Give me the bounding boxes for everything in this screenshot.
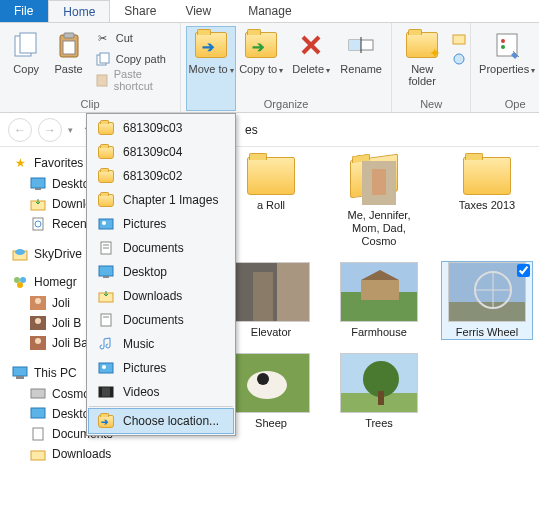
- documents-icon: [97, 312, 115, 328]
- menu-item[interactable]: Music: [89, 332, 233, 356]
- svg-point-29: [17, 282, 23, 288]
- image-item[interactable]: Trees: [334, 353, 424, 430]
- svg-point-35: [35, 338, 41, 344]
- svg-rect-62: [378, 391, 384, 405]
- image-item[interactable]: Sheep: [226, 353, 316, 430]
- folder-move-icon: ➔: [97, 413, 115, 429]
- copy-path-icon: [95, 51, 111, 67]
- image-thumbnail: [232, 353, 310, 413]
- image-thumbnail: [232, 262, 310, 322]
- cloud-icon: [12, 246, 28, 262]
- svg-point-28: [20, 277, 26, 283]
- chevron-down-icon: ▾: [531, 66, 535, 75]
- menu-item[interactable]: 681309c04: [89, 140, 233, 164]
- svg-rect-6: [100, 53, 109, 63]
- image-item[interactable]: Ferris Wheel: [442, 262, 532, 339]
- group-new: ✦ New folder New: [392, 23, 471, 112]
- folder-item[interactable]: Me, Jennifer, Mom, Dad, Cosmo: [334, 157, 424, 248]
- folder-icon: [97, 120, 115, 136]
- menu-item[interactable]: Desktop: [89, 260, 233, 284]
- chevron-down-icon: ▾: [326, 66, 330, 75]
- forward-button[interactable]: →: [38, 118, 62, 142]
- pictures-icon: [97, 216, 115, 232]
- menu-item[interactable]: Videos: [89, 380, 233, 404]
- svg-rect-69: [103, 276, 109, 278]
- menu-item[interactable]: Documents: [89, 236, 233, 260]
- svg-point-74: [102, 365, 106, 369]
- desktop-icon: [30, 176, 46, 192]
- svg-rect-51: [449, 262, 525, 302]
- folder-item[interactable]: a Roll: [226, 157, 316, 248]
- svg-rect-52: [449, 302, 525, 322]
- copy-path-button[interactable]: Copy path: [91, 49, 174, 69]
- menu-separator: [89, 406, 233, 407]
- svg-rect-13: [453, 35, 465, 44]
- svg-point-16: [501, 39, 505, 43]
- svg-rect-38: [31, 389, 45, 398]
- menu-item[interactable]: Pictures: [89, 356, 233, 380]
- desktop-icon: [30, 406, 46, 422]
- folder-icon: [97, 192, 115, 208]
- svg-point-14: [454, 54, 464, 64]
- nav-bar: ← → ▾ ↑ es: [0, 113, 539, 147]
- paste-shortcut-icon: [95, 72, 109, 88]
- svg-point-64: [102, 221, 106, 225]
- folder-icon: [350, 157, 408, 205]
- cut-button[interactable]: ✂Cut: [91, 28, 174, 48]
- chevron-down-icon: ▾: [230, 66, 234, 75]
- paste-icon: [53, 29, 85, 61]
- folder-icon: [247, 157, 295, 195]
- folder-item[interactable]: Taxes 2013: [442, 157, 532, 248]
- folder-icon: [463, 157, 511, 195]
- back-button[interactable]: ←: [8, 118, 32, 142]
- properties-icon: [491, 29, 523, 61]
- svg-point-58: [257, 373, 269, 385]
- svg-rect-46: [277, 262, 309, 322]
- svg-rect-71: [101, 314, 111, 326]
- network-pc-icon: [30, 386, 46, 402]
- image-item[interactable]: Farmhouse: [334, 262, 424, 339]
- pictures-icon: [97, 360, 115, 376]
- select-checkbox[interactable]: [517, 264, 530, 277]
- documents-icon: [97, 240, 115, 256]
- easy-access-icon: [452, 51, 466, 67]
- menu-item[interactable]: 681309c03: [89, 116, 233, 140]
- star-icon: ★: [12, 155, 28, 171]
- recent-locations-button[interactable]: ▾: [68, 125, 73, 135]
- tab-file[interactable]: File: [0, 0, 48, 22]
- avatar-icon: [30, 335, 46, 351]
- group-open: Properties▾ Ope: [471, 23, 539, 112]
- videos-icon: [97, 384, 115, 400]
- menu-item[interactable]: Downloads: [89, 284, 233, 308]
- delete-icon: [295, 29, 327, 61]
- sidebar-item-pc-downloads[interactable]: Downloads: [12, 444, 166, 464]
- menu-item[interactable]: Chapter 1 Images: [89, 188, 233, 212]
- group-organize: ➔ Move to▾ ➔ Copy to▾ Delete▾ Rename Org…: [181, 23, 392, 112]
- tab-home[interactable]: Home: [48, 0, 110, 22]
- computer-icon: [12, 365, 28, 381]
- tab-share[interactable]: Share: [110, 0, 171, 22]
- recent-icon: [30, 216, 46, 232]
- easy-access-button[interactable]: [448, 49, 464, 69]
- breadcrumb-tail: es: [245, 123, 258, 137]
- tab-manage[interactable]: Manage: [234, 0, 306, 22]
- menu-item[interactable]: Pictures: [89, 212, 233, 236]
- scissors-icon: ✂: [95, 30, 111, 46]
- move-to-icon: ➔: [195, 29, 227, 61]
- svg-point-17: [501, 45, 505, 49]
- folder-icon: [97, 144, 115, 160]
- paste-shortcut-button: Paste shortcut: [91, 70, 174, 90]
- menu-item[interactable]: Documents: [89, 308, 233, 332]
- choose-location-item[interactable]: ➔Choose location...: [89, 409, 233, 433]
- image-item[interactable]: Elevator: [226, 262, 316, 339]
- svg-point-33: [35, 318, 41, 324]
- svg-rect-11: [349, 40, 361, 50]
- menu-item[interactable]: 681309c02: [89, 164, 233, 188]
- tab-view[interactable]: View: [171, 0, 226, 22]
- move-to-menu: 681309c03 681309c04 681309c02 Chapter 1 …: [86, 113, 236, 436]
- new-item-button[interactable]: [448, 28, 464, 48]
- svg-point-27: [14, 277, 20, 283]
- music-icon: [97, 336, 115, 352]
- svg-rect-3: [64, 33, 74, 38]
- group-clipboard: Copy Paste ✂Cut Copy path Paste shortcut…: [0, 23, 181, 112]
